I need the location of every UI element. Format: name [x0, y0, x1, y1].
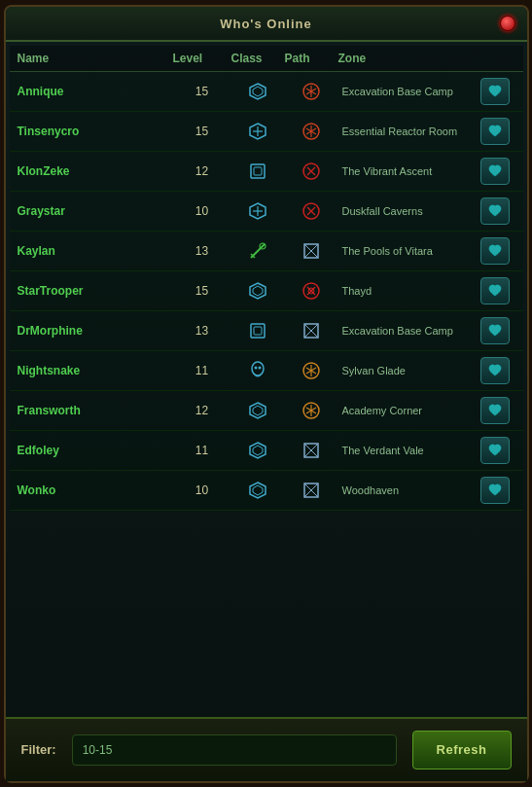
- warrior-icon: [247, 280, 268, 302]
- whisper-button[interactable]: [480, 118, 510, 145]
- heart-icon: [486, 482, 504, 499]
- player-name: Annique: [18, 85, 173, 98]
- whisper-button[interactable]: [480, 237, 510, 265]
- heart-icon: [486, 162, 504, 180]
- path-icon-cell: [285, 200, 338, 222]
- settler-path-icon: [301, 200, 322, 222]
- svg-point-35: [252, 362, 264, 376]
- whisper-button[interactable]: [480, 158, 510, 185]
- player-zone: Excavation Base Camp: [338, 86, 480, 97]
- whisper-button[interactable]: [480, 357, 510, 384]
- soldier-path-icon: [301, 81, 322, 102]
- heart-icon: [486, 402, 504, 419]
- player-zone: Academy Corner: [338, 405, 480, 416]
- table-row: Nightsnake 11 Sylvan Glade: [10, 351, 523, 391]
- player-name: Edfoley: [18, 444, 173, 457]
- table-row: Fransworth 12 Academy Corner: [10, 391, 523, 431]
- table-row: Graystar 10 Duskfall Caver: [10, 192, 523, 232]
- engineer-icon: [247, 200, 268, 222]
- window-title: Who's Online: [220, 17, 312, 31]
- table-row: Wonko 10 Woodhaven: [10, 471, 523, 511]
- player-name: Wonko: [18, 483, 173, 497]
- player-level: 15: [173, 125, 231, 138]
- engineer-icon: [247, 121, 268, 142]
- path-icon-cell: [285, 440, 338, 461]
- warrior-icon: [247, 81, 268, 102]
- soldier-path-orange-icon: [301, 360, 322, 381]
- stalker-icon: [247, 360, 268, 381]
- svg-marker-39: [250, 403, 266, 418]
- filter-input[interactable]: [72, 734, 397, 766]
- medic-icon: [247, 161, 268, 182]
- svg-point-36: [255, 366, 258, 369]
- player-zone: Woodhaven: [338, 484, 480, 496]
- class-icon-cell: [231, 480, 285, 501]
- explorer-path-icon: [301, 240, 322, 262]
- table-row: Edfoley 11 The Verdant Vale: [10, 431, 523, 471]
- path-icon-cell: [285, 400, 338, 421]
- header-name: Name: [18, 52, 173, 65]
- path-icon-cell: [285, 121, 338, 142]
- player-name: Nightsnake: [18, 364, 173, 377]
- heart-icon: [486, 442, 504, 459]
- path-icon-cell: [285, 81, 338, 102]
- player-name: Tinsenycro: [18, 125, 173, 138]
- heart-icon: [486, 282, 504, 300]
- class-icon-cell: [231, 400, 285, 421]
- header-level: Level: [173, 52, 231, 65]
- player-name: Kaylan: [18, 244, 173, 258]
- scientist-path-icon: [301, 280, 322, 302]
- svg-marker-40: [253, 406, 263, 415]
- path-icon-cell: [285, 240, 338, 262]
- who-is-online-window: Who's Online Name Level Class Path Zone …: [4, 5, 529, 783]
- svg-rect-8: [254, 167, 262, 175]
- player-level: 12: [173, 164, 231, 178]
- whisper-button[interactable]: [480, 397, 510, 424]
- whisper-button[interactable]: [480, 197, 510, 225]
- table-row: KlonZeke 12 The Vibrant Ascent: [10, 152, 523, 192]
- medic-icon: [247, 320, 268, 341]
- heart-icon: [486, 242, 504, 260]
- player-zone: Excavation Base Camp: [338, 325, 480, 337]
- table-row: Annique 15 Excavation Base Camp: [10, 72, 523, 112]
- class-icon-cell: [231, 121, 285, 142]
- path-icon-cell: [285, 161, 338, 182]
- spellslinger-icon: [247, 240, 268, 262]
- heart-icon: [486, 202, 504, 220]
- players-list: Annique 15 Excavation Base Camp: [10, 72, 523, 713]
- class-icon-cell: [231, 320, 285, 341]
- content-area: Name Level Class Path Zone Annique 15: [6, 42, 527, 717]
- soldier-path-orange-icon: [301, 400, 322, 421]
- path-icon-cell: [285, 320, 338, 341]
- svg-marker-25: [253, 286, 263, 296]
- player-name: KlonZeke: [18, 164, 173, 178]
- whisper-button[interactable]: [480, 317, 510, 344]
- whisper-button[interactable]: [480, 437, 510, 464]
- whisper-button[interactable]: [480, 277, 510, 304]
- player-zone: The Verdant Vale: [338, 445, 480, 456]
- svg-rect-30: [251, 324, 265, 338]
- svg-marker-47: [250, 483, 266, 498]
- player-level: 15: [173, 284, 231, 298]
- whisper-button[interactable]: [480, 78, 510, 105]
- whisper-button[interactable]: [480, 477, 510, 504]
- class-icon-cell: [231, 161, 285, 182]
- player-level: 13: [173, 244, 231, 258]
- player-zone: The Pools of Vitara: [338, 245, 480, 257]
- close-gem[interactable]: [500, 16, 515, 31]
- filter-bar: Filter: Refresh: [6, 717, 527, 781]
- svg-marker-24: [250, 283, 266, 299]
- class-icon-cell: [231, 280, 285, 302]
- class-icon-cell: [231, 440, 285, 461]
- svg-marker-48: [253, 485, 263, 495]
- refresh-button[interactable]: Refresh: [412, 731, 512, 769]
- explorer-path-icon: [301, 480, 322, 501]
- title-bar: Who's Online: [6, 7, 527, 42]
- settler-path-icon: [301, 161, 322, 182]
- heart-icon: [486, 362, 504, 379]
- table-row: DrMorphine 13 Excavation Base Camp: [10, 311, 523, 351]
- player-level: 11: [173, 444, 231, 457]
- explorer-path-icon: [301, 440, 322, 461]
- path-icon-cell: [285, 360, 338, 381]
- header-zone: Zone: [338, 52, 515, 65]
